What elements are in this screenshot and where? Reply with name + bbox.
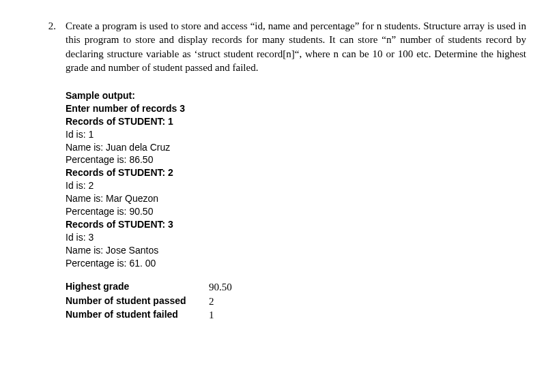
record-name: Name is: Juan dela Cruz [66,141,526,154]
record-id: Id is: 1 [66,128,526,141]
summary-failed: Number of student failed 1 [66,308,526,322]
record-name: Name is: Mar Quezon [66,192,526,205]
record-percentage: Percentage is: 61. 00 [66,257,526,270]
summary-failed-label: Number of student failed [66,308,209,322]
record-name: Name is: Jose Santos [66,244,526,257]
sample-output-block: Sample output: Enter number of records 3… [66,89,526,322]
summary-passed-value: 2 [209,295,214,308]
enter-records-line: Enter number of records 3 [66,102,526,115]
question-text: Create a program is used to store and ac… [66,19,526,74]
record-header: Records of STUDENT: 3 [66,218,526,231]
question-number: 2. [33,19,66,33]
summary-failed-value: 1 [209,308,214,322]
record-header: Records of STUDENT: 2 [66,166,526,179]
summary-passed: Number of student passed 2 [66,295,526,308]
summary-highest-label: Highest grade [66,280,209,294]
summary-passed-label: Number of student passed [66,295,209,308]
record-id: Id is: 2 [66,179,526,192]
question-block: 2. Create a program is used to store and… [33,19,526,74]
summary-highest: Highest grade 90.50 [66,280,526,294]
record-percentage: Percentage is: 86.50 [66,153,526,166]
record-percentage: Percentage is: 90.50 [66,205,526,218]
summary-highest-value: 90.50 [209,280,232,294]
record-id: Id is: 3 [66,231,526,244]
sample-output-heading: Sample output: [66,89,526,102]
spacer [66,269,526,280]
record-header: Records of STUDENT: 1 [66,115,526,128]
